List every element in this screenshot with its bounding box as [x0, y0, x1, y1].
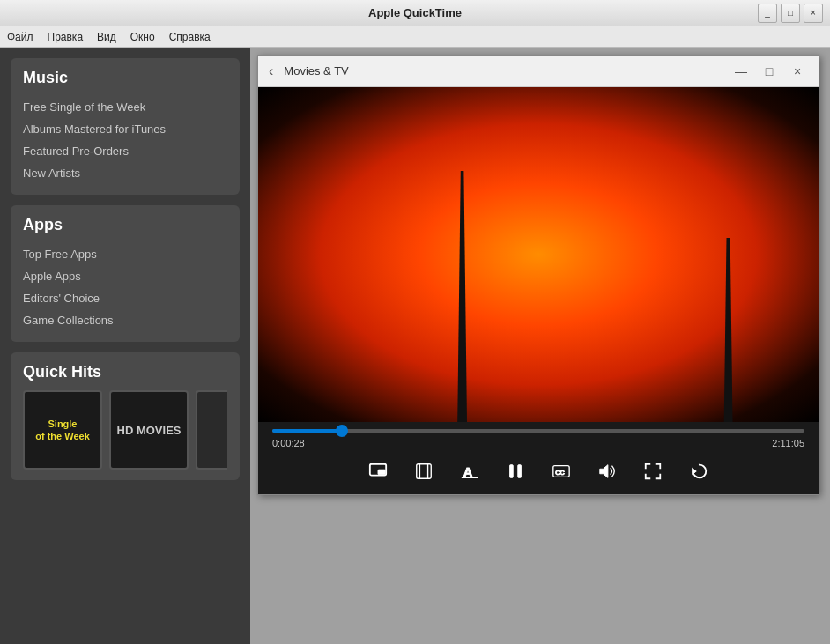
- sidebar-item-game-collections[interactable]: Game Collections: [23, 309, 227, 331]
- progress-row: [272, 429, 804, 433]
- quick-hit-placeholder[interactable]: N: [196, 390, 227, 470]
- inner-title-bar: ‹ Movies & TV — □ ×: [258, 56, 819, 87]
- current-time: 0:00:28: [272, 438, 305, 448]
- tower-left-silhouette: [455, 171, 471, 422]
- quick-hit-hd-movies[interactable]: HD MOVIES: [109, 390, 189, 470]
- minimize-button[interactable]: _: [758, 4, 777, 23]
- inner-close-button[interactable]: ×: [787, 61, 808, 82]
- inner-maximize-button[interactable]: □: [759, 61, 780, 82]
- sidebar-item-albums-mastered[interactable]: Albums Mastered for iTunes: [23, 118, 227, 140]
- trim-button[interactable]: [411, 459, 436, 484]
- menu-view[interactable]: Вид: [97, 31, 116, 43]
- quick-hit-single-label: Singleof the Week: [35, 418, 90, 443]
- back-button[interactable]: ‹: [269, 63, 273, 79]
- right-content: ‹ Movies & TV — □ ×: [250, 48, 830, 644]
- inner-minimize-button[interactable]: —: [730, 61, 752, 82]
- pip-button[interactable]: [366, 459, 390, 484]
- svg-text:CC: CC: [555, 469, 565, 477]
- video-area: [258, 87, 819, 422]
- svg-rect-7: [510, 465, 514, 478]
- menu-window[interactable]: Окно: [130, 31, 155, 43]
- svg-marker-11: [600, 465, 608, 478]
- quick-hits-section: Quick Hits Singleof the Week HD MOVIES N: [11, 352, 240, 480]
- title-bar-controls: _ □ ×: [758, 4, 823, 23]
- music-section: Music Free Single of the Week Albums Mas…: [11, 58, 240, 195]
- total-time: 2:11:05: [772, 438, 804, 448]
- inner-title-controls: — □ ×: [730, 61, 808, 82]
- app-title: Apple QuickTime: [368, 6, 462, 19]
- sidebar-item-free-single[interactable]: Free Single of the Week: [23, 96, 227, 118]
- sidebar-item-editors-choice[interactable]: Editors' Choice: [23, 287, 227, 309]
- controls-bar: 0:00:28 2:11:05: [258, 422, 819, 494]
- volume-button[interactable]: [595, 459, 619, 484]
- sidebar-item-new-artists[interactable]: New Artists: [23, 162, 227, 184]
- quick-hit-single-of-week[interactable]: Singleof the Week: [23, 390, 102, 470]
- main-layout: Music Free Single of the Week Albums Mas…: [0, 48, 830, 644]
- svg-rect-2: [417, 464, 432, 479]
- title-bar: Apple QuickTime _ □ ×: [0, 0, 830, 26]
- progress-track[interactable]: [272, 429, 804, 433]
- quick-hit-hd-label: HD MOVIES: [117, 424, 182, 437]
- video-frame[interactable]: [258, 87, 819, 422]
- tower-right-silhouette: [723, 238, 735, 422]
- cc-button[interactable]: CC: [549, 459, 574, 484]
- time-row: 0:00:28 2:11:05: [272, 438, 804, 448]
- pause-button[interactable]: [503, 459, 528, 484]
- sidebar-item-apple-apps[interactable]: Apple Apps: [23, 265, 227, 287]
- progress-fill: [272, 429, 342, 433]
- sidebar-item-featured-preorders[interactable]: Featured Pre-Orders: [23, 140, 227, 162]
- captions-button[interactable]: A: [457, 459, 482, 484]
- menu-bar: Файл Правка Вид Окно Справка: [0, 26, 830, 48]
- menu-edit[interactable]: Правка: [48, 31, 84, 43]
- menu-file[interactable]: Файл: [7, 31, 33, 43]
- svg-text:A: A: [463, 465, 473, 479]
- progress-thumb: [336, 425, 348, 437]
- quick-hits-row: Singleof the Week HD MOVIES N: [23, 390, 227, 470]
- close-button[interactable]: ×: [804, 4, 823, 23]
- fullscreen-button[interactable]: [641, 459, 665, 484]
- svg-rect-8: [518, 465, 522, 478]
- rotate-button[interactable]: [686, 459, 711, 484]
- apps-section-title: Apps: [23, 216, 227, 234]
- music-section-title: Music: [23, 69, 227, 87]
- maximize-button[interactable]: □: [781, 4, 800, 23]
- quick-hits-title: Quick Hits: [23, 363, 227, 381]
- svg-rect-1: [378, 470, 385, 475]
- sidebar: Music Free Single of the Week Albums Mas…: [0, 48, 250, 644]
- sidebar-item-top-free-apps[interactable]: Top Free Apps: [23, 243, 227, 265]
- playback-controls: A CC: [272, 455, 804, 487]
- inner-window-title: Movies & TV: [284, 64, 348, 78]
- inner-title-left: ‹ Movies & TV: [269, 63, 349, 79]
- apps-section: Apps Top Free Apps Apple Apps Editors' C…: [11, 205, 240, 342]
- inner-window: ‹ Movies & TV — □ ×: [257, 55, 819, 495]
- menu-help[interactable]: Справка: [169, 31, 211, 43]
